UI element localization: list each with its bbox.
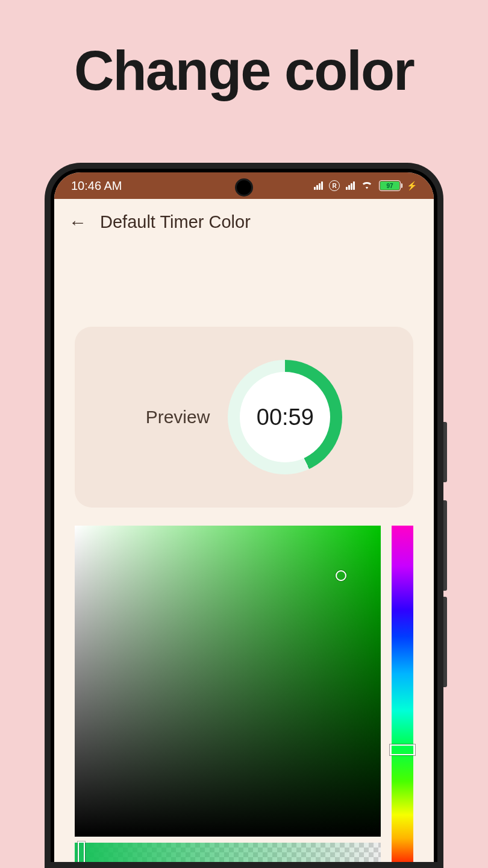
wifi-icon [361, 179, 373, 193]
saturation-value-panel[interactable] [75, 526, 381, 837]
timer-preview: 00:59 [228, 360, 342, 474]
hue-thumb[interactable] [390, 744, 415, 755]
page-title: Default Timer Color [100, 212, 251, 232]
sv-thumb[interactable] [336, 570, 346, 581]
phone-side-button [443, 422, 447, 482]
preview-card: Preview 00:59 [75, 327, 413, 508]
phone-side-button [443, 597, 447, 687]
hue-slider[interactable] [392, 526, 413, 862]
camera-cutout [235, 178, 253, 197]
alpha-thumb[interactable] [78, 841, 85, 862]
preview-label: Preview [146, 407, 210, 427]
roaming-icon: R [329, 180, 340, 191]
status-time: 10:46 AM [71, 179, 122, 193]
alpha-slider[interactable] [75, 843, 381, 862]
signal-icon [314, 181, 323, 190]
back-button[interactable]: ← [69, 213, 87, 231]
timer-value: 00:59 [240, 372, 330, 462]
battery-icon: 97 [379, 180, 401, 191]
phone-frame: 10:46 AM R 97 ⚡ ← Default Timer Color [45, 163, 443, 868]
charging-icon: ⚡ [407, 181, 417, 190]
promo-title: Change color [0, 39, 488, 102]
app-bar: ← Default Timer Color [54, 199, 434, 239]
signal-icon [346, 181, 355, 190]
phone-side-button [443, 500, 447, 591]
